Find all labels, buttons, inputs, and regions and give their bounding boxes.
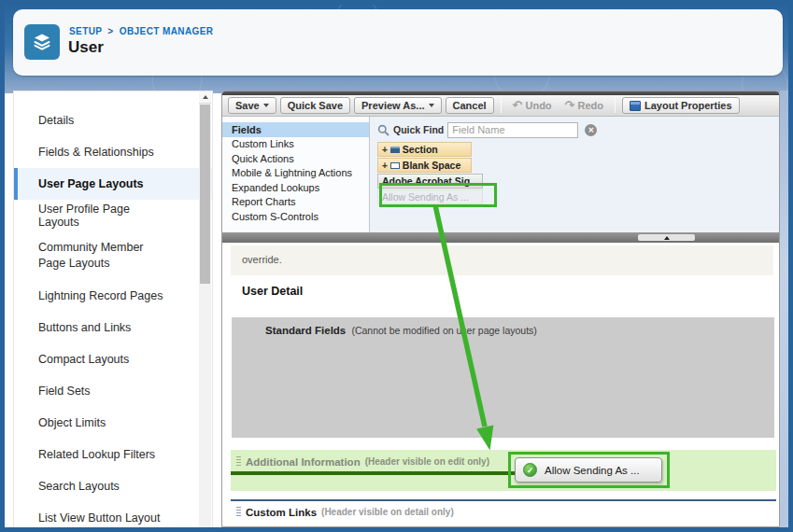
palette-item-adobe-acrobat-sig[interactable]: Adobe Acrobat Sig... [377,174,483,189]
breadcrumb-object-manager-link[interactable]: OBJECT MANAGER [120,26,214,36]
preview-as-label: Preview As... [361,100,424,111]
sidebar-item-lightning-record-pages[interactable]: Lightning Record Pages [14,280,212,312]
category-custom-s-controls[interactable]: Custom S-Controls [222,209,369,224]
field-palette: Fields Custom Links Quick Actions Mobile… [222,117,779,232]
setup-header-band: SETUP > OBJECT MANAGER User [5,5,788,93]
custom-links-section: Custom Links (Header visible on detail o… [231,499,776,523]
save-dropdown-caret-icon [263,104,269,107]
breadcrumb-setup-link[interactable]: SETUP [69,26,102,36]
additional-information-title: Additional Information [246,456,361,468]
layers-icon [31,31,53,53]
scrollbar-up-button[interactable] [199,91,211,104]
save-button-label: Save [235,100,260,111]
sidebar-item-details[interactable]: Details [14,105,212,136]
palette-category-list: Fields Custom Links Quick Actions Mobile… [222,117,370,232]
quick-find-row: Quick Find ✕ [377,120,773,139]
palette-collapse-handle[interactable] [638,234,695,241]
sidebar-item-community-member-page-layouts[interactable]: Community Member Page Layouts [14,231,212,280]
palette-item-blank-space[interactable]: + Blank Space [377,158,472,173]
standard-fields-block: Standard Fields (Cannot be modified on u… [232,317,774,438]
category-report-charts[interactable]: Report Charts [222,195,369,210]
standard-fields-title: Standard Fields [265,325,346,336]
override-notice: override. [231,245,773,275]
sidebar-item-field-sets[interactable]: Field Sets [14,375,212,407]
standard-fields-note: (Cannot be modified on user page layouts… [348,325,536,336]
blank-space-icon [390,162,400,169]
toolbar-separator [615,98,616,113]
breadcrumb: SETUP > OBJECT MANAGER [69,26,213,36]
palette-item-label: Allow Sending As ... [382,191,469,203]
palette-collapse-bar [222,232,779,243]
palette-item-section[interactable]: + Section [377,142,472,157]
sidebar-scrollbar[interactable] [199,91,211,527]
scrollbar-thumb[interactable] [200,105,210,284]
additional-information-note: (Header visible on edit only) [365,456,489,467]
layout-properties-icon [630,101,641,111]
object-header-card: SETUP > OBJECT MANAGER User [13,9,783,76]
quick-find-label: Quick Find [393,124,444,135]
category-expanded-lookups[interactable]: Expanded Lookups [222,180,369,195]
palette-draggable-items: + Section + Blank Space Adobe Acrobat Si… [377,142,483,204]
section-icon [390,147,400,153]
undo-label: Undo [525,100,551,111]
quick-save-button[interactable]: Quick Save [280,97,350,114]
redo-label: Redo [578,100,604,111]
additional-information-section: Additional Information (Header visible o… [231,450,776,491]
redo-button[interactable]: ↷ Redo [560,98,608,113]
layout-editor-panel: Save Quick Save Preview As... Cancel ↶ U… [221,91,780,527]
category-fields[interactable]: Fields [222,122,369,137]
section-drag-handle[interactable] [236,506,241,518]
quick-find-input[interactable] [447,122,578,138]
custom-links-note: (Header visible on detail only) [321,507,454,517]
category-mobile-lightning-actions[interactable]: Mobile & Lightning Actions [222,166,369,181]
save-button[interactable]: Save [228,97,276,114]
dragged-field-allow-sending-as[interactable]: ✓ Allow Sending As ... [515,457,662,483]
plus-icon: + [382,161,388,171]
layout-properties-label: Layout Properties [644,100,732,111]
custom-links-title: Custom Links [246,507,317,518]
sidebar-item-user-profile-page-layouts[interactable]: User Profile Page Layouts [14,200,212,231]
layout-section-title: User Detail [242,285,303,298]
palette-items-area: Quick Find ✕ + Section + Blank Space [370,117,779,232]
category-custom-links[interactable]: Custom Links [222,137,369,152]
object-manager-sidebar: Details Fields & Relationships User Page… [13,91,213,527]
editor-toolbar: Save Quick Save Preview As... Cancel ↶ U… [222,95,779,117]
redo-icon: ↷ [565,101,575,110]
category-quick-actions[interactable]: Quick Actions [222,151,369,166]
page-title: User [68,38,104,57]
layout-properties-button[interactable]: Layout Properties [622,97,740,114]
up-arrow-icon [203,95,208,99]
palette-item-allow-sending-as-ghost[interactable]: Allow Sending As ... [377,189,483,204]
toolbar-separator [501,98,502,113]
sidebar-item-user-page-layouts[interactable]: User Page Layouts [14,168,212,200]
cancel-button[interactable]: Cancel [446,97,494,114]
object-manager-icon [24,24,60,60]
sidebar-item-fields-relationships[interactable]: Fields & Relationships [14,136,212,168]
sidebar-item-search-layouts[interactable]: Search Layouts [14,470,212,502]
drop-insertion-line [231,471,518,475]
palette-item-label: Blank Space [403,160,460,171]
plus-icon: + [382,145,388,155]
sidebar-item-compact-layouts[interactable]: Compact Layouts [14,343,212,375]
right-background-strip [780,91,788,527]
dragged-field-label: Allow Sending As ... [545,465,640,476]
cancel-label: Cancel [453,100,487,111]
palette-item-label: Section [403,144,438,155]
clear-search-icon[interactable]: ✕ [585,124,597,136]
salesforce-layout-editor-window: SETUP > OBJECT MANAGER User Details Fiel… [0,0,793,532]
sidebar-nav-list: Details Fields & Relationships User Page… [14,91,212,532]
sidebar-item-related-lookup-filters[interactable]: Related Lookup Filters [14,439,212,470]
check-circle-icon: ✓ [523,463,537,477]
breadcrumb-separator: > [105,26,116,36]
sidebar-item-buttons-and-links[interactable]: Buttons and Links [14,312,212,343]
quick-save-label: Quick Save [288,100,343,111]
search-icon [377,124,389,136]
preview-as-button[interactable]: Preview As... [354,97,441,114]
sidebar-item-object-limits[interactable]: Object Limits [14,407,212,439]
section-drag-handle[interactable] [236,455,241,468]
collapse-up-arrow-icon [664,236,670,240]
undo-icon: ↶ [513,101,523,110]
preview-as-caret-icon [429,104,434,107]
sidebar-item-list-view-button-layout[interactable]: List View Button Layout [14,502,212,532]
undo-button[interactable]: ↶ Undo [508,98,557,113]
